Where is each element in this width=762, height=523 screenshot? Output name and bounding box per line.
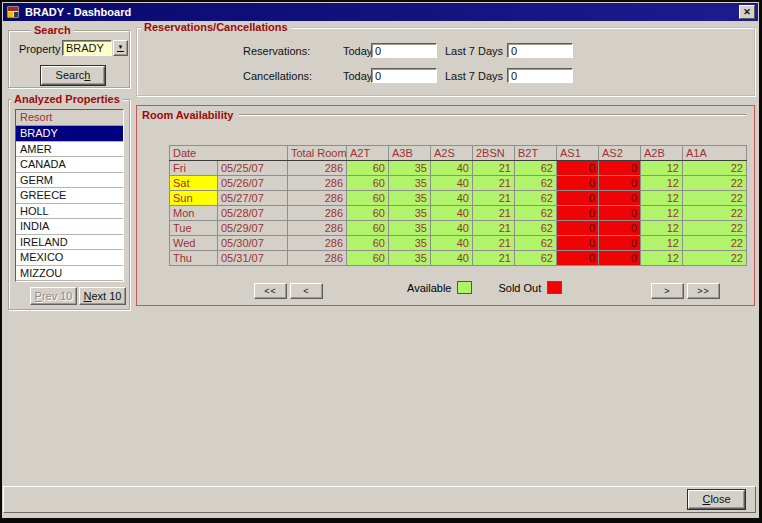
list-item[interactable]: MIZZOU [16, 266, 123, 282]
dropdown-arrow-icon: ▼ [117, 45, 124, 52]
column-header: AS2 [599, 146, 641, 161]
legend-soldout-swatch [547, 281, 562, 294]
property-combobox[interactable]: BRADY [62, 40, 112, 56]
value-cell: 21 [473, 251, 515, 266]
day-cell: Mon [170, 206, 218, 221]
list-item[interactable]: GERM [16, 173, 123, 189]
column-header: Total Room [288, 146, 347, 161]
close-window-button[interactable]: ✕ [739, 5, 755, 19]
next-page-button[interactable]: > [651, 283, 684, 299]
value-cell: 12 [641, 206, 683, 221]
value-cell: 40 [431, 176, 473, 191]
last-page-button[interactable]: >> [687, 283, 720, 299]
availability-row: Fri05/25/072866035402162001222 [170, 161, 747, 176]
cancellations-last7-field[interactable] [507, 68, 573, 83]
title-divider [239, 114, 746, 116]
availability-row: Sat05/26/072866035402162001222 [170, 176, 747, 191]
resort-list-header: Resort [16, 110, 123, 126]
reservations-row-label: Reservations: [243, 45, 310, 57]
value-cell: 22 [683, 221, 747, 236]
value-cell: 60 [347, 251, 389, 266]
next-10-button[interactable]: Next 10 [79, 287, 126, 305]
property-dropdown-button[interactable]: ▼ [113, 40, 128, 56]
titlebar: BRADY - Dashboard ✕ [3, 3, 758, 21]
reservations-panel: Reservations/Cancellations Reservations:… [136, 27, 755, 96]
column-header: A2T [347, 146, 389, 161]
availability-row: Thu05/31/072866035402162001222 [170, 251, 747, 266]
resort-list-body: BRADYAMERCANADAGERMGREECEHOLLINDIAIRELAN… [16, 126, 123, 281]
room-availability-table: DateTotal RoomA2TA3BA2S2BSNB2TAS1AS2A2BA… [169, 145, 747, 266]
date-cell: 05/25/07 [218, 161, 288, 176]
date-cell: 05/27/07 [218, 191, 288, 206]
column-header: Date [170, 146, 288, 161]
total-room-cell: 286 [288, 251, 347, 266]
total-room-cell: 286 [288, 176, 347, 191]
prev-page-button[interactable]: < [290, 283, 323, 299]
first-page-button[interactable]: << [254, 283, 287, 299]
value-cell: 22 [683, 206, 747, 221]
value-cell: 0 [557, 236, 599, 251]
reservations-panel-title: Reservations/Cancellations [141, 21, 291, 34]
value-cell: 12 [641, 221, 683, 236]
footer-bar: Close [3, 486, 756, 513]
analyzed-properties-title: Analyzed Properties [11, 93, 123, 106]
list-item[interactable]: GREECE [16, 188, 123, 204]
value-cell: 40 [431, 251, 473, 266]
value-cell: 60 [347, 236, 389, 251]
value-cell: 0 [599, 206, 641, 221]
value-cell: 0 [599, 191, 641, 206]
column-header: B2T [515, 146, 557, 161]
availability-row: Mon05/28/072866035402162001222 [170, 206, 747, 221]
value-cell: 62 [515, 161, 557, 176]
column-header: A2S [431, 146, 473, 161]
value-cell: 40 [431, 236, 473, 251]
list-item[interactable]: INDIA [16, 219, 123, 235]
availability-row: Wed05/30/072866035402162001222 [170, 236, 747, 251]
cancellations-today-field[interactable] [371, 68, 437, 83]
window-title: BRADY - Dashboard [25, 6, 131, 18]
date-cell: 05/29/07 [218, 221, 288, 236]
value-cell: 62 [515, 221, 557, 236]
close-icon: ✕ [743, 8, 751, 17]
value-cell: 60 [347, 221, 389, 236]
value-cell: 0 [599, 221, 641, 236]
value-cell: 12 [641, 236, 683, 251]
list-item[interactable]: MEXICO [16, 250, 123, 266]
value-cell: 35 [389, 161, 431, 176]
value-cell: 40 [431, 161, 473, 176]
value-cell: 0 [599, 251, 641, 266]
list-item[interactable]: IRELAND [16, 235, 123, 251]
value-cell: 35 [389, 221, 431, 236]
date-cell: 05/28/07 [218, 206, 288, 221]
legend-available-swatch [457, 281, 472, 294]
value-cell: 35 [389, 191, 431, 206]
list-item[interactable]: CANADA [16, 157, 123, 173]
value-cell: 21 [473, 161, 515, 176]
day-cell: Sat [170, 176, 218, 191]
today-label: Today [343, 45, 372, 57]
total-room-cell: 286 [288, 236, 347, 251]
list-item[interactable]: BRADY [16, 126, 123, 142]
room-availability-title: Room Availability [142, 109, 233, 121]
legend-available-label: Available [407, 282, 451, 294]
list-item[interactable]: AMER [16, 142, 123, 158]
value-cell: 0 [599, 161, 641, 176]
value-cell: 35 [389, 236, 431, 251]
list-item[interactable]: HOLL [16, 204, 123, 220]
day-cell: Thu [170, 251, 218, 266]
column-header: A2B [641, 146, 683, 161]
resort-list[interactable]: Resort BRADYAMERCANADAGERMGREECEHOLLINDI… [15, 109, 124, 282]
value-cell: 62 [515, 206, 557, 221]
value-cell: 21 [473, 191, 515, 206]
value-cell: 0 [557, 251, 599, 266]
availability-row: Tue05/29/072866035402162001222 [170, 221, 747, 236]
value-cell: 0 [557, 206, 599, 221]
reservations-today-field[interactable] [371, 43, 437, 58]
column-header: AS1 [557, 146, 599, 161]
cancellations-row-label: Cancellations: [243, 70, 312, 82]
reservations-last7-field[interactable] [507, 43, 573, 58]
total-room-cell: 286 [288, 206, 347, 221]
search-button[interactable]: Search [41, 66, 105, 85]
prev-10-button[interactable]: Prev 10 [30, 287, 77, 305]
close-button[interactable]: Close [688, 490, 745, 509]
